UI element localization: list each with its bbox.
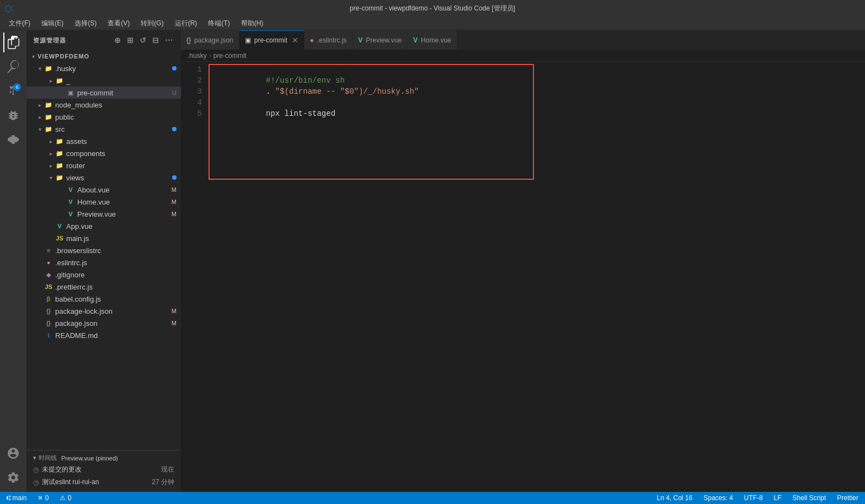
- line-numbers: 1 2 3 4 5: [181, 62, 209, 492]
- line-num-2: 2: [181, 75, 202, 86]
- preview-vue-file[interactable]: V Preview.vue M: [26, 208, 181, 220]
- pre-commit-file-label: pre-commit: [77, 89, 181, 97]
- collapse-all-icon[interactable]: ⊟: [151, 35, 161, 46]
- breadcrumb-part-1[interactable]: .husky: [188, 52, 207, 60]
- status-warnings[interactable]: ⚠ 0: [57, 494, 73, 502]
- prettierrc-spacer: [35, 282, 44, 291]
- src-folder-icon: 📁: [44, 125, 53, 133]
- menu-run[interactable]: 运行(R): [170, 18, 202, 29]
- prettierrc-file[interactable]: JS .prettierrc.js: [26, 281, 181, 293]
- line-num-1: 1: [181, 64, 202, 75]
- package-json-file[interactable]: {} package.json M: [26, 317, 181, 329]
- underscore-folder[interactable]: ▸ 📁 _: [26, 74, 181, 87]
- status-language[interactable]: Shell Script: [791, 494, 829, 502]
- menu-terminal[interactable]: 终端(T): [204, 18, 234, 29]
- app-vue-file[interactable]: V App.vue: [26, 220, 181, 232]
- gitignore-icon: ◆: [44, 270, 53, 279]
- sidebar: 资源管理器 ⊕ ⊞ ↺ ⊟ ⋯ ▾ VIEWPDFDEMO ▾ 📁 .husky: [26, 30, 181, 492]
- tab-preview-vue[interactable]: V Preview.vue: [353, 30, 408, 50]
- views-folder[interactable]: ▾ 📁 views: [26, 171, 181, 184]
- status-bar: ⑆ main ✕ 0 ⚠ 0 Ln 4, Col 16 Spaces: 4 UT…: [0, 492, 865, 504]
- pre-commit-tab-close[interactable]: ✕: [292, 36, 298, 45]
- package-json-tab-label: package.json: [194, 36, 233, 44]
- gitignore-file[interactable]: ◆ .gitignore: [26, 269, 181, 281]
- tab-pre-commit[interactable]: ▣ pre-commit ✕: [239, 30, 305, 50]
- eslintrc-file[interactable]: ● .eslintrc.js: [26, 256, 181, 269]
- code-editor[interactable]: 1 2 3 4 5 #!/usr/bin/env sh . "$(dirname…: [181, 62, 865, 492]
- timeline-row-2[interactable]: ◷ 测试eslint rui-rui-an 27 分钟: [33, 476, 174, 489]
- node-modules-folder[interactable]: ▸ 📁 node_modules: [26, 99, 181, 111]
- package-json-icon: {}: [44, 319, 53, 328]
- timeline-header[interactable]: ▾ 时间线 Preview.vue (pinned): [33, 454, 174, 462]
- components-chevron: ▸: [46, 149, 55, 158]
- browserslistrc-file[interactable]: ≡ .browserslistrc: [26, 244, 181, 256]
- babel-config-label: babel.config.js: [55, 295, 181, 303]
- menu-file[interactable]: 文件(F): [4, 18, 35, 29]
- refresh-icon[interactable]: ↺: [138, 35, 148, 46]
- menu-bar: 文件(F) 编辑(E) 选择(S) 查看(V) 转到(G) 运行(R) 终端(T…: [0, 17, 865, 30]
- pre-commit-status: U: [172, 89, 177, 96]
- menu-view[interactable]: 查看(V): [103, 18, 134, 29]
- status-branch[interactable]: ⑆ main: [4, 494, 29, 502]
- menu-help[interactable]: 帮助(H): [237, 18, 268, 29]
- src-chevron: ▾: [35, 125, 44, 133]
- status-errors[interactable]: ✕ 0: [35, 494, 51, 502]
- node-modules-icon: 📁: [44, 100, 53, 109]
- main-js-icon: JS: [55, 234, 64, 243]
- readme-file[interactable]: ℹ README.md: [26, 329, 181, 341]
- menu-edit[interactable]: 编辑(E): [37, 18, 68, 29]
- package-lock-file[interactable]: {} package-lock.json M: [26, 305, 181, 317]
- code-content[interactable]: #!/usr/bin/env sh . "$(dirname -- "$0")/…: [209, 62, 865, 492]
- timeline-label: 时间线: [39, 454, 57, 462]
- new-folder-icon[interactable]: ⊞: [126, 35, 135, 46]
- activity-explorer[interactable]: [3, 33, 23, 52]
- status-encoding[interactable]: UTF-8: [742, 494, 765, 502]
- readme-icon: ℹ: [44, 331, 53, 340]
- package-json-tab-icon: {}: [186, 36, 191, 44]
- assets-folder[interactable]: ▸ 📁 assets: [26, 135, 181, 147]
- breadcrumb-part-2[interactable]: pre-commit: [213, 52, 247, 60]
- views-folder-icon: 📁: [55, 173, 64, 182]
- tab-package-json[interactable]: {} package.json: [181, 30, 239, 50]
- menu-select[interactable]: 选择(S): [70, 18, 101, 29]
- babel-config-file[interactable]: β babel.config.js: [26, 293, 181, 305]
- editor-area: {} package.json ▣ pre-commit ✕ ● .eslint…: [181, 30, 865, 492]
- activity-extensions[interactable]: [3, 130, 23, 149]
- tab-home-vue[interactable]: V Home.vue: [408, 30, 457, 50]
- breadcrumb: .husky › pre-commit: [181, 50, 865, 62]
- main-js-spacer: [46, 234, 55, 243]
- activity-source-control[interactable]: 6: [3, 81, 23, 101]
- status-eol[interactable]: LF: [772, 494, 784, 502]
- tab-eslintrc[interactable]: ● .eslintrc.js: [305, 30, 353, 50]
- readme-label: README.md: [55, 331, 181, 340]
- pre-commit-file-icon: ▣: [66, 88, 75, 97]
- husky-folder[interactable]: ▾ 📁 .husky: [26, 62, 181, 74]
- underscore-folder-icon: 📁: [55, 76, 64, 85]
- activity-account[interactable]: [3, 443, 23, 463]
- root-folder[interactable]: ▾ VIEWPDFDEMO: [26, 50, 181, 62]
- browserslistrc-icon: ≡: [44, 246, 53, 255]
- status-formatter[interactable]: Prettier: [835, 494, 861, 502]
- public-folder[interactable]: ▸ 📁 public: [26, 111, 181, 123]
- status-spaces[interactable]: Spaces: 4: [701, 494, 735, 502]
- router-folder[interactable]: ▸ 📁 router: [26, 159, 181, 171]
- pre-commit-file[interactable]: ▣ pre-commit U: [26, 87, 181, 99]
- babel-spacer: [35, 294, 44, 303]
- husky-folder-label: .husky: [55, 65, 181, 73]
- timeline-row-1[interactable]: ◷ 未提交的更改 现在: [33, 463, 174, 476]
- about-vue-file[interactable]: V About.vue M: [26, 184, 181, 196]
- more-actions-icon[interactable]: ⋯: [164, 35, 174, 46]
- activity-debug[interactable]: [3, 105, 23, 125]
- activity-settings[interactable]: [3, 468, 23, 487]
- activity-search[interactable]: [3, 57, 23, 77]
- pre-commit-spacer: [57, 88, 66, 97]
- menu-goto[interactable]: 转到(G): [136, 18, 168, 29]
- line-num-5: 5: [181, 108, 202, 119]
- status-cursor[interactable]: Ln 4, Col 16: [655, 494, 695, 502]
- husky-dot-badge: [172, 66, 177, 71]
- main-js-file[interactable]: JS main.js: [26, 232, 181, 244]
- components-folder[interactable]: ▸ 📁 components: [26, 147, 181, 159]
- new-file-icon[interactable]: ⊕: [113, 35, 122, 46]
- src-folder[interactable]: ▾ 📁 src: [26, 123, 181, 135]
- home-vue-file[interactable]: V Home.vue M: [26, 196, 181, 208]
